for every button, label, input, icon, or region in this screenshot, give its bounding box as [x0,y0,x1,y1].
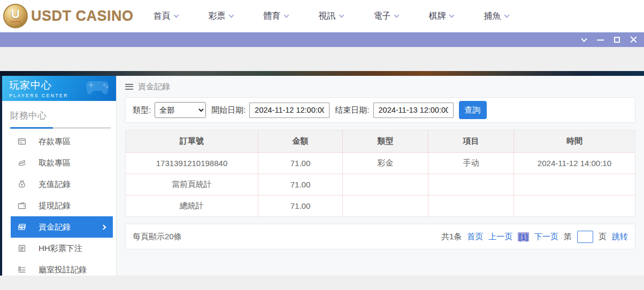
prev-page-link[interactable]: 上一页 [488,232,512,242]
main-area: 玩家中心 PLAYERS CENTER 財務中心 存款專區 [0,76,644,276]
col-header-item: 項目 [428,130,513,152]
search-button[interactable]: 查詢 [459,101,487,119]
nav-item-label: 首頁 [154,11,171,22]
start-date-input[interactable] [249,103,329,118]
sidebar-item-withdraw[interactable]: 取款專區 [2,152,116,174]
dark-banner-strip [0,71,644,76]
spacer-band [0,47,644,71]
nav-item-label: 棋牌 [429,11,446,22]
sidebar-item-withdrawal-records[interactable]: 提現記錄 [2,195,116,216]
jump-label-pre: 第 [564,232,572,242]
cell-type: 彩金 [343,152,428,174]
table-row-grand-total: 總統計 71.00 [126,195,635,216]
nav-item-live-video[interactable]: 視訊 [303,0,358,32]
cell-amount: 71.00 [258,195,343,216]
window-maximize-button[interactable] [609,33,625,48]
chevron-down-icon [283,12,289,18]
sidebar-item-recharge-records[interactable]: 充值記錄 [2,174,116,195]
page-jump-input[interactable] [577,231,593,243]
coin-letter: U [11,9,20,20]
pagination-panel: 每頁顯示20條 共1条 首页 上一页 [1] 下一页 第 页 跳转 [125,224,635,249]
nav-item-slots[interactable]: 電子 [358,0,413,32]
nav-item-home[interactable]: 首頁 [138,0,193,32]
next-page-link[interactable]: 下一页 [534,232,558,242]
wallet-icon [18,201,26,210]
cash-icon [18,223,26,231]
main-nav: 首頁 彩票 體育 視訊 電子 棋牌 捕魚 [138,0,524,32]
records-table-panel: 訂單號 金額 類型 項目 時間 1731391210198840 71.00 彩… [125,130,635,217]
sidebar-section-title: 財務中心 [2,101,116,122]
close-icon [630,36,637,43]
col-header-type: 類型 [343,130,428,152]
table-row: 1731391210198840 71.00 彩金 手动 2024-11-12 … [126,152,635,174]
minimize-icon [597,40,604,41]
cell-empty [343,174,428,195]
chevron-right-icon [101,224,106,230]
cell-empty [513,174,635,195]
nav-item-fishing[interactable]: 捕魚 [469,0,524,32]
table-header-row: 訂單號 金額 類型 項目 時間 [126,130,635,152]
current-page-indicator: [1] [518,232,529,241]
cell-empty [513,195,635,216]
col-header-order-no: 訂單號 [126,130,258,152]
logo-text: USDT CASINO [31,8,134,25]
chevron-down-icon [449,12,454,18]
chevron-down-icon [581,36,587,42]
hamburger-icon[interactable] [125,84,133,90]
col-header-amount: 金額 [258,130,343,152]
end-date-input[interactable] [373,103,454,118]
moneybag-icon [18,180,26,189]
document-icon [18,244,26,253]
sidebar-item-label: 提現記錄 [39,201,71,211]
cell-label: 當前頁統計 [126,174,258,195]
end-date-label: 结束日期: [335,105,369,115]
sidebar-item-label: 充值記錄 [39,179,71,190]
sidebar-item-deposit[interactable]: 存款專區 [2,131,116,152]
sidebar-item-room-bet-records[interactable]: 廳室投註記錄 [2,259,116,280]
cell-amount: 71.00 [258,152,343,174]
pagination: 共1条 首页 上一页 [1] 下一页 第 页 跳转 [441,231,628,243]
jump-label-post: 页 [599,232,607,242]
sidebar-section-underline [10,127,111,129]
first-page-link[interactable]: 首页 [467,232,483,242]
sidebar: 玩家中心 PLAYERS CENTER 財務中心 存款專區 [2,76,117,276]
total-count-text: 共1条 [441,232,462,242]
cell-empty [343,195,428,216]
nav-item-lottery[interactable]: 彩票 [193,0,248,32]
sidebar-item-label: 取款專區 [39,158,71,168]
table-row-page-total: 當前頁統計 71.00 [126,174,635,195]
nav-item-sports[interactable]: 體育 [248,0,303,32]
start-date-label: 開始日期: [211,105,246,115]
nav-item-label: 體育 [264,11,281,22]
logo[interactable]: U Casino USDT CASINO [3,4,123,28]
cell-time: 2024-11-12 14:00:10 [513,152,635,174]
cell-amount: 71.00 [258,174,343,195]
window-collapse-button[interactable] [576,33,592,48]
page-title: 資金記錄 [138,82,170,92]
chevron-down-icon [339,12,344,18]
window-close-button[interactable] [625,33,642,48]
gamepad-icon [84,78,112,97]
sidebar-header: 玩家中心 PLAYERS CENTER [2,76,116,101]
sidebar-item-label: HH彩票下注 [39,244,82,254]
nav-item-label: 彩票 [209,11,226,22]
window-minimize-button[interactable] [592,33,609,48]
sidebar-item-hh-lottery-bets[interactable]: HH彩票下注 [2,238,116,259]
cell-empty [428,195,513,216]
page-size-text: 每頁顯示20條 [133,232,182,242]
chevron-down-icon [228,12,234,18]
cell-item: 手动 [428,152,513,174]
cell-label: 總統計 [126,195,258,216]
sidebar-item-label: 廳室投註記錄 [39,265,87,275]
maximize-icon [614,37,620,43]
deposit-card-icon [18,137,26,146]
sidebar-item-fund-records[interactable]: 資金記錄 [11,216,113,238]
nav-item-chess[interactable]: 棋牌 [413,0,469,32]
type-select[interactable]: 全部 [155,102,206,118]
chevron-down-icon [504,12,509,18]
sidebar-item-label: 存款專區 [39,137,71,147]
col-header-time: 時間 [513,130,635,152]
sidebar-item-label: 資金記錄 [39,222,71,232]
jump-action-link[interactable]: 跳转 [612,232,628,242]
top-header: U Casino USDT CASINO 首頁 彩票 體育 視訊 電子 棋牌 [0,0,644,32]
